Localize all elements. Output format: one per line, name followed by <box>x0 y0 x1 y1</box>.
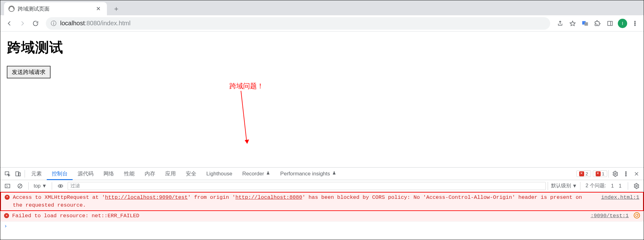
globe-icon <box>8 6 15 12</box>
devtools-tab[interactable]: Recorder <box>237 168 275 180</box>
page-viewport: 跨域测试 发送跨域请求 跨域问题！ <box>0 32 644 167</box>
flask-icon <box>332 170 336 177</box>
log-level-selector[interactable]: 默认级别▼ <box>548 182 581 190</box>
devtools-tab[interactable]: 内存 <box>140 168 160 180</box>
console-error-row: ✕Access to XMLHttpRequest at 'http://loc… <box>0 192 644 211</box>
live-expression-icon[interactable] <box>55 181 66 191</box>
side-panel-icon[interactable] <box>604 18 616 29</box>
browser-toolbar: ⓘ localhost:8080/index.html I <box>0 15 644 32</box>
browser-tab[interactable]: 跨域测试页面 ✕ <box>4 2 107 15</box>
url-text: localhost:8080/index.html <box>60 20 131 27</box>
devtools-issues-badge[interactable]: 1 <box>593 170 607 177</box>
error-icon: ✕ <box>4 213 9 218</box>
bookmark-star-icon[interactable] <box>567 18 578 29</box>
console-filter-input[interactable]: 过滤 <box>68 182 545 190</box>
console-sidebar-toggle-icon[interactable] <box>2 181 13 191</box>
console-issues-summary[interactable]: 2 个问题: 1 1 <box>582 183 625 189</box>
svg-rect-6 <box>584 22 588 26</box>
error-icon: ✕ <box>5 195 10 200</box>
devtools-tabstrip: 元素控制台源代码网络性能内存应用安全LighthouseRecorderPerf… <box>0 168 644 180</box>
svg-point-11 <box>634 25 635 26</box>
console-message: Access to XMLHttpRequest at 'http://loca… <box>13 194 592 209</box>
devtools-tab[interactable]: 网络 <box>99 168 119 180</box>
devtools-tab[interactable]: Lighthouse <box>201 168 237 180</box>
console-error-row: ✕Failed to load resource: net::ERR_FAILE… <box>0 211 644 222</box>
console-toolbar: top▼ 过滤 默认级别▼ 2 个问题: 1 1 <box>0 180 644 192</box>
console-message: Failed to load resource: net::ERR_FAILED <box>12 212 581 220</box>
forward-button[interactable] <box>17 17 28 29</box>
devtools-tab[interactable]: 源代码 <box>73 168 99 180</box>
flask-icon <box>266 170 270 177</box>
chevron-down-icon: ▼ <box>572 183 577 189</box>
svg-marker-4 <box>570 21 575 26</box>
svg-point-9 <box>634 21 635 22</box>
chevron-down-icon: ▼ <box>42 183 47 189</box>
profile-avatar[interactable]: I <box>617 18 628 29</box>
svg-point-28 <box>636 185 637 187</box>
devtools-tab[interactable]: 安全 <box>181 168 201 180</box>
console-output: ✕Access to XMLHttpRequest at 'http://loc… <box>0 192 644 240</box>
execution-context-selector[interactable]: top▼ <box>32 183 49 189</box>
svg-marker-13 <box>245 140 249 144</box>
svg-point-19 <box>625 173 626 174</box>
devtools-close-icon[interactable] <box>631 169 642 179</box>
devtools-tab[interactable]: 控制台 <box>47 168 73 180</box>
svg-point-20 <box>625 175 626 176</box>
device-toggle-icon[interactable] <box>13 169 23 179</box>
svg-point-10 <box>634 23 635 24</box>
devtools-tab[interactable]: 应用 <box>160 168 181 180</box>
back-button[interactable] <box>3 17 15 29</box>
svg-point-17 <box>615 173 616 174</box>
page-heading: 跨域测试 <box>7 38 637 57</box>
share-icon[interactable] <box>555 18 566 29</box>
tab-title: 跨域测试页面 <box>18 5 95 12</box>
extensions-icon[interactable] <box>592 18 603 29</box>
new-tab-button[interactable]: ＋ <box>111 3 122 14</box>
devtools-errors-badge[interactable]: 2 <box>576 170 591 177</box>
devtools-settings-icon[interactable] <box>610 169 621 179</box>
devtools-tab[interactable]: Performance insights <box>275 168 341 180</box>
console-source-link[interactable]: index.html:1 <box>595 194 639 202</box>
translate-icon[interactable] <box>579 18 591 29</box>
svg-line-25 <box>19 184 21 187</box>
chrome-menu-icon[interactable] <box>629 18 641 29</box>
send-cors-request-button[interactable]: 发送跨域请求 <box>7 66 50 78</box>
console-source-link[interactable]: :9090/test:1 <box>584 212 629 220</box>
svg-point-18 <box>625 171 626 172</box>
devtools-tab[interactable]: 性能 <box>119 168 140 180</box>
svg-line-12 <box>241 91 247 141</box>
error-dot-icon <box>596 171 601 176</box>
devtools-more-icon[interactable] <box>621 169 631 179</box>
devtools-panel: 元素控制台源代码网络性能内存应用安全LighthouseRecorderPerf… <box>0 167 644 240</box>
console-prompt[interactable]: › <box>0 222 644 230</box>
svg-point-27 <box>60 185 61 186</box>
site-info-icon[interactable]: ⓘ <box>51 20 56 27</box>
devtools-tab[interactable]: 元素 <box>26 168 47 180</box>
svg-rect-7 <box>608 21 613 25</box>
tab-close-icon[interactable]: ✕ <box>95 4 102 13</box>
tab-strip: 跨域测试页面 ✕ ＋ <box>0 0 644 15</box>
annotation-arrow <box>238 91 250 144</box>
inspect-element-icon[interactable] <box>2 169 13 179</box>
error-dot-icon <box>579 171 584 176</box>
repeat-icon <box>634 212 640 218</box>
reload-button[interactable] <box>30 17 41 29</box>
annotation-label: 跨域问题！ <box>229 81 264 91</box>
console-settings-icon[interactable] <box>631 181 642 191</box>
clear-console-icon[interactable] <box>15 181 25 191</box>
address-bar[interactable]: ⓘ localhost:8080/index.html <box>46 17 550 30</box>
